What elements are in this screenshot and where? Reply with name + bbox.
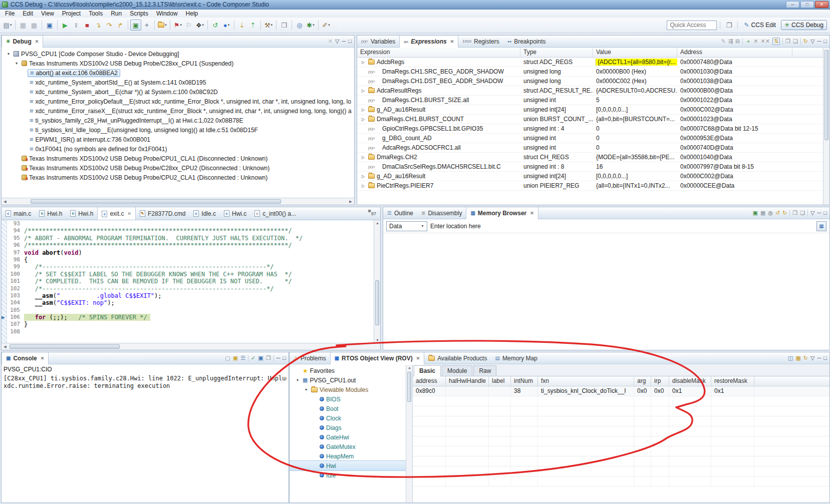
- debug-tree-row[interactable]: Texas Instruments XDS100v2 USB Debug Pro…: [2, 163, 354, 173]
- refresh-auto-button[interactable]: ↺: [775, 210, 780, 216]
- debug-tree-row[interactable]: ▾Texas Instruments XDS100v2 USB Debug Pr…: [2, 59, 354, 68]
- tab-breakpoints[interactable]: ●●Breakpoints: [503, 36, 550, 47]
- display-selected-button[interactable]: ▣: [258, 355, 263, 361]
- editor-tab-hwi-h[interactable]: hHwi.h: [66, 207, 97, 220]
- tree-node[interactable]: ≡ti_sysbios_family_c28_Hwi_unPluggedInte…: [28, 117, 245, 124]
- rov-tree-row[interactable]: ★Favorites: [290, 366, 406, 375]
- column-header-value[interactable]: Value: [593, 48, 677, 57]
- refresh-button[interactable]: ↻: [803, 39, 808, 44]
- pin-view-button[interactable]: ❏: [793, 39, 798, 44]
- debug-tree-row[interactable]: Texas Instruments XDS100v2 USB Debug Pro…: [2, 173, 354, 182]
- tab-memory-browser[interactable]: ▥Memory Browser✕: [466, 207, 538, 219]
- tab-available-products[interactable]: Available Products: [424, 352, 491, 364]
- column-header-address[interactable]: Address: [677, 48, 792, 57]
- tree-node[interactable]: PVSG_CPU1 [Code Composer Studio - Device…: [12, 51, 181, 58]
- tab-memory-map[interactable]: ▤Memory Map: [491, 352, 541, 364]
- target-config-button[interactable]: ▣: [130, 20, 141, 31]
- rov-column-arg[interactable]: arg: [634, 376, 651, 386]
- asm-step-over-button[interactable]: ⇡: [247, 20, 258, 31]
- remove-all-button[interactable]: ✕✕: [760, 39, 769, 44]
- editor-tab-main-c[interactable]: cmain.c: [2, 207, 35, 220]
- menu-file[interactable]: File: [1, 10, 19, 18]
- rov-tree-node[interactable]: HeapMem: [318, 453, 356, 460]
- minimize-button[interactable]: ─: [786, 1, 799, 8]
- rov-tree-row[interactable]: Diags: [290, 423, 406, 432]
- expressions-vscrollbar[interactable]: [823, 48, 829, 205]
- scroll-thumb[interactable]: [31, 199, 281, 204]
- step-return-button[interactable]: ↱: [115, 20, 126, 31]
- build-button[interactable]: ⚒▾: [263, 20, 274, 31]
- new-file-button[interactable]: ▤▾: [2, 20, 13, 31]
- rov-column-restoremask[interactable]: restoreMask: [711, 376, 754, 386]
- close-icon[interactable]: ✕: [530, 211, 534, 216]
- expression-row[interactable]: (x)=DmaRegs.CH1.SRC_BEG_ADDR_SHADOWunsig…: [357, 67, 829, 77]
- rov-column-disablemask[interactable]: disableMask: [669, 376, 711, 386]
- console-view-button[interactable]: ▣: [44, 20, 55, 31]
- editor-tab-exit-c[interactable]: cexit.c✕: [97, 207, 136, 220]
- scroll-thumb[interactable]: [10, 344, 120, 349]
- code-editor[interactable]: ▶ 9394/*********************************…: [2, 220, 380, 343]
- run-free-button[interactable]: ❖▾: [194, 20, 205, 31]
- tree-node[interactable]: ≡EPWM1_ISR() at interrupt.c:736 0x00B001: [28, 136, 152, 143]
- refresh-now-button[interactable]: ↻: [782, 210, 787, 216]
- rov-tree-row[interactable]: GateHwi: [290, 432, 406, 442]
- editor-tab-c-int00-a-[interactable]: cc_int00() a...: [250, 207, 300, 220]
- tab-console[interactable]: ▣ Console ✕: [2, 352, 49, 364]
- tree-node[interactable]: ≡xdc_runtime_System_abort__E(char *)() a…: [28, 89, 220, 96]
- editor-tab-hwi-h[interactable]: hHwi.h: [35, 207, 66, 220]
- minimize-button[interactable]: ─: [817, 355, 821, 361]
- maximize-button[interactable]: □: [823, 39, 827, 44]
- tree-node[interactable]: ≡ti_sysbios_knl_Idle_loop__E(unsigned lo…: [28, 127, 260, 134]
- scroll-thumb[interactable]: [375, 280, 379, 325]
- menu-scripts[interactable]: Scripts: [126, 10, 152, 18]
- open-console-button[interactable]: ❐: [266, 355, 271, 361]
- scroll-lock-button[interactable]: ▣: [233, 355, 238, 361]
- expression-row[interactable]: (x)=AdcaRegs.ADCSOCFRC1.allunsigned int0…: [357, 143, 829, 153]
- memory-format-select[interactable]: Data ▼: [386, 221, 427, 231]
- minimize-button[interactable]: ─: [342, 39, 346, 44]
- rov-detail-tab-module[interactable]: Module: [442, 365, 472, 376]
- rov-tree-node[interactable]: Boot: [318, 405, 341, 412]
- grid-view-button[interactable]: ▦: [795, 355, 800, 361]
- editor-tab-f28377d-cmd[interactable]: ✎F28377D.cmd: [136, 207, 189, 220]
- rov-tree-node[interactable]: Diags: [318, 424, 344, 431]
- windows-view-button[interactable]: ❒: [279, 20, 290, 31]
- expander-icon[interactable]: ▾: [14, 61, 20, 66]
- expression-row[interactable]: ▷g_AD_au16Resultunsigned int[24][0,0,0,0…: [357, 105, 829, 115]
- close-icon[interactable]: ✕: [416, 356, 420, 361]
- menu-edit[interactable]: Edit: [19, 10, 37, 18]
- rov-tree-row[interactable]: Clock: [290, 413, 406, 423]
- debug-tree-row[interactable]: ≡ti_sysbios_knl_Idle_loop__E(unsigned lo…: [2, 125, 354, 135]
- tree-node[interactable]: ≡xdc_runtime_Error_policyDefault__E(stru…: [28, 98, 353, 105]
- tab-disassembly[interactable]: ≣Disassembly: [417, 207, 466, 219]
- step-into-button[interactable]: ↴: [93, 20, 104, 31]
- rov-tree-row[interactable]: Hwi: [290, 461, 406, 470]
- perspective-ccs-edit[interactable]: ✎CCS Edit: [741, 21, 778, 30]
- expander-icon[interactable]: ▾: [303, 387, 309, 392]
- pin-view-button[interactable]: ❏: [800, 210, 805, 216]
- debug-tree-row[interactable]: ≡xdc_runtime_Error_raiseX__E(struct xdc_…: [2, 106, 354, 116]
- refresh-values-button[interactable]: ⇅: [772, 38, 780, 45]
- rov-column-address[interactable]: address: [413, 376, 446, 386]
- asm-step-into-button[interactable]: ⇣: [236, 20, 247, 31]
- rov-tree-row[interactable]: ▾Viewable Modules: [290, 385, 406, 394]
- debug-tree-row[interactable]: Texas Instruments XDS100v2 USB Debug Pro…: [2, 154, 354, 163]
- menu-help[interactable]: Help: [182, 10, 202, 18]
- debug-tree-row[interactable]: ≡ti_sysbios_family_c28_Hwi_unPluggedInte…: [2, 116, 354, 125]
- expression-row[interactable]: ▷DmaRegs.CH2struct CH_REGS{MODE={all=355…: [357, 153, 829, 162]
- debug-tree-row[interactable]: ▾PVSG_CPU1 [Code Composer Studio - Devic…: [2, 49, 354, 59]
- column-header-type[interactable]: Type: [520, 48, 593, 57]
- tab-debug[interactable]: ✳ Debug ✕: [2, 36, 43, 48]
- remove-button[interactable]: ✕: [753, 39, 758, 44]
- expression-row[interactable]: ▷DmaRegs.CH1.BURST_COUNTunion BURST_COUN…: [357, 115, 829, 124]
- debug-tree-row[interactable]: ≡xdc_runtime_System_abortStd__E() at Sys…: [2, 78, 354, 87]
- expander-icon[interactable]: ▷: [360, 155, 366, 160]
- open-folder-button[interactable]: ▾: [157, 20, 168, 31]
- scroll-up-icon[interactable]: ▲: [406, 365, 413, 370]
- rov-tree-vscrollbar[interactable]: ▲: [406, 365, 412, 502]
- tree-node[interactable]: ≡xdc_runtime_Error_raiseX__E(struct xdc_…: [28, 108, 354, 115]
- new-tab-button[interactable]: ❐: [792, 210, 797, 216]
- rov-tree-node[interactable]: Idle: [318, 472, 338, 479]
- reset-cpu-button[interactable]: ⚑▾: [172, 20, 183, 31]
- column-header-expression[interactable]: Expression: [357, 48, 520, 57]
